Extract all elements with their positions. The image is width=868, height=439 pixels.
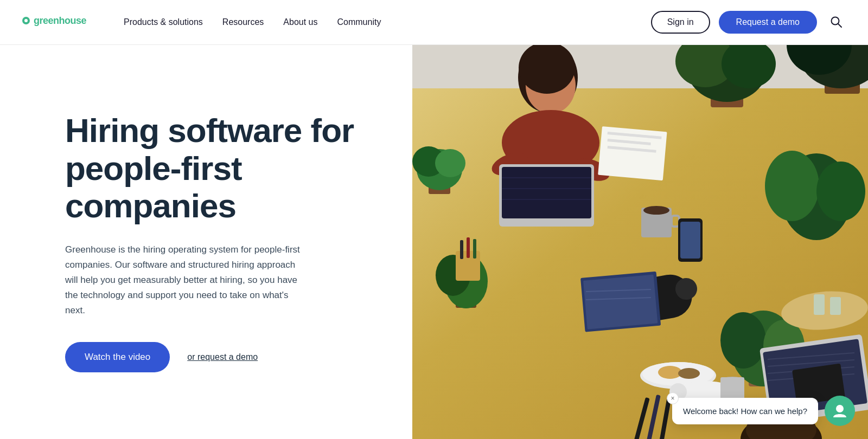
office-scene [412, 45, 868, 439]
svg-point-39 [816, 162, 865, 221]
svg-point-86 [836, 405, 844, 412]
nav-actions: Sign in Request a demo [651, 11, 846, 34]
signin-button[interactable]: Sign in [651, 11, 710, 34]
svg-rect-31 [680, 222, 700, 259]
search-button[interactable] [826, 11, 846, 34]
svg-rect-64 [814, 294, 825, 315]
svg-line-4 [838, 24, 841, 27]
svg-rect-65 [830, 297, 841, 315]
request-demo-button[interactable]: Request a demo [719, 11, 817, 34]
nav-products[interactable]: Products & solutions [124, 17, 203, 27]
svg-point-26 [643, 206, 669, 215]
chat-close-button[interactable]: × [667, 392, 679, 404]
chat-widget: × Welcome back! How can we help? [672, 396, 855, 426]
right-panel: × Welcome back! How can we help? [412, 45, 868, 439]
svg-point-1 [24, 19, 28, 22]
svg-point-69 [678, 368, 700, 379]
search-icon [830, 16, 842, 28]
avatar-icon [831, 402, 848, 419]
nav-resources[interactable]: Resources [222, 17, 264, 27]
logo-text: greenhouse [22, 11, 98, 34]
logo[interactable]: greenhouse [22, 11, 98, 34]
chat-bubble: × Welcome back! How can we help? [672, 398, 818, 424]
cta-row: Watch the video or request a demo [65, 342, 369, 372]
svg-rect-84 [467, 237, 470, 258]
navbar: greenhouse Products & solutions Resource… [0, 0, 868, 45]
request-demo-link[interactable]: or request a demo [187, 352, 258, 362]
chat-avatar-button[interactable] [825, 396, 855, 426]
svg-rect-79 [583, 275, 658, 330]
nav-links: Products & solutions Resources About us … [124, 17, 651, 27]
svg-point-68 [658, 366, 682, 379]
nav-community[interactable]: Community [337, 17, 381, 27]
svg-rect-15 [502, 167, 591, 218]
main-content: Hiring software for people-first compani… [0, 45, 868, 439]
watch-video-button[interactable]: Watch the video [65, 342, 170, 372]
nav-about[interactable]: About us [283, 17, 317, 27]
svg-text:greenhouse: greenhouse [34, 15, 87, 26]
svg-point-35 [435, 149, 465, 177]
svg-point-45 [720, 312, 766, 369]
svg-rect-85 [473, 239, 476, 259]
left-panel: Hiring software for people-first compani… [0, 45, 412, 439]
chat-message: Welcome back! How can we help? [683, 406, 807, 416]
hero-title: Hiring software for people-first compani… [65, 112, 369, 224]
logo-svg: greenhouse [22, 11, 98, 30]
hero-description: Greenhouse is the hiring operating syste… [65, 242, 304, 318]
svg-point-38 [765, 151, 819, 221]
svg-rect-83 [460, 240, 463, 259]
